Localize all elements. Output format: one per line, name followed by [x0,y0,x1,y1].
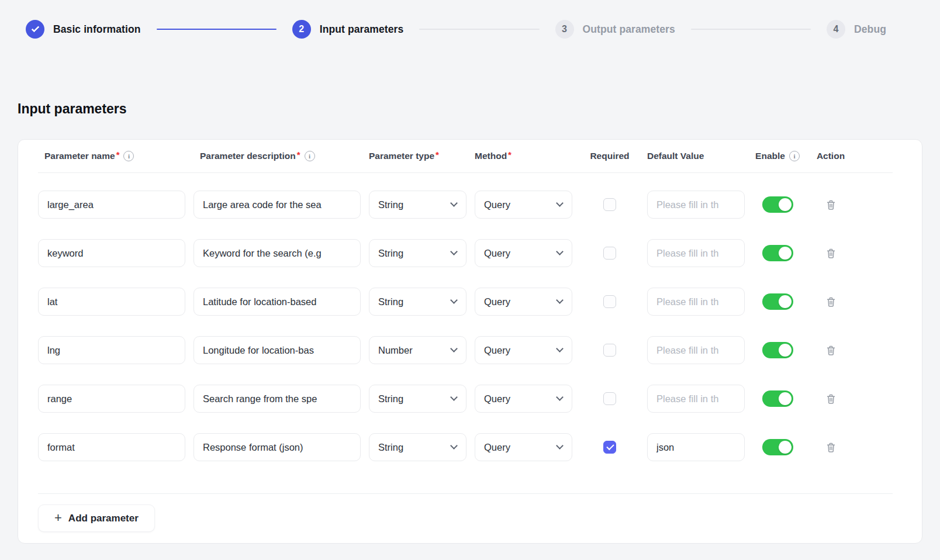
step-label: Input parameters [320,23,404,36]
required-checkbox[interactable] [603,392,616,405]
delete-parameter-button[interactable] [823,245,839,262]
toggle-knob [779,441,792,454]
default-value-input[interactable] [647,191,745,219]
info-icon[interactable]: i [789,151,800,161]
column-header-default-value: Default Value [647,151,745,161]
toggle-knob [779,198,792,211]
step-basic-information[interactable]: Basic information [26,20,141,39]
parameter-description-input[interactable] [193,239,361,267]
method-select[interactable]: Query [475,385,572,413]
step-debug[interactable]: 4 Debug [827,20,886,39]
table-row: String Query [38,385,922,413]
parameter-type-value: String [378,393,403,405]
enable-toggle[interactable] [762,342,793,358]
parameter-name-input[interactable] [38,433,185,461]
column-header-required: Required [580,151,639,161]
required-asterisk: * [436,150,439,160]
required-checkbox[interactable] [603,247,616,260]
column-header-parameter-description: Parameter description * i [193,151,361,161]
method-select[interactable]: Query [475,336,572,364]
chevron-down-icon [556,296,564,304]
step-4-circle: 4 [827,20,845,39]
step-input-parameters[interactable]: 2 Input parameters [292,20,404,39]
toggle-knob [779,295,792,308]
required-checkbox[interactable] [603,295,616,308]
parameter-type-value: String [378,199,403,210]
method-select[interactable]: Query [475,191,572,219]
enable-toggle[interactable] [762,439,793,455]
enable-toggle[interactable] [762,390,793,407]
column-header-enable: Enable i [753,151,802,161]
method-select[interactable]: Query [475,433,572,461]
table-row: String Query [38,433,922,461]
step-2-circle: 2 [292,20,311,39]
step-label: Basic information [53,23,141,36]
parameter-description-input[interactable] [193,191,361,219]
parameter-type-select[interactable]: String [369,191,466,219]
table-row: Number Query [38,336,922,364]
parameter-name-input[interactable] [38,288,185,316]
required-checkbox[interactable] [603,441,616,454]
default-value-input[interactable] [647,385,745,413]
parameter-name-input[interactable] [38,385,185,413]
parameter-description-input[interactable] [193,288,361,316]
parameter-name-input[interactable] [38,191,185,219]
delete-parameter-button[interactable] [823,196,839,213]
delete-parameter-button[interactable] [823,439,839,456]
step-connector-done [157,29,277,30]
default-value-input[interactable] [647,336,745,364]
info-icon[interactable]: i [123,151,134,161]
required-asterisk: * [116,150,120,160]
method-select[interactable]: Query [475,239,572,267]
table-row: String Query [38,288,922,316]
column-header-parameter-type: Parameter type * [369,151,466,161]
required-checkbox[interactable] [603,344,616,357]
chevron-down-icon [556,345,564,352]
parameter-description-input[interactable] [193,433,361,461]
check-icon [31,24,39,32]
parameter-type-select[interactable]: String [369,385,466,413]
enable-toggle[interactable] [762,245,793,261]
parameter-type-select[interactable]: Number [369,336,466,364]
add-parameter-button[interactable]: + Add parameter [38,504,155,532]
info-icon[interactable]: i [305,151,315,161]
method-value: Query [484,199,510,210]
chevron-down-icon [556,199,564,207]
method-value: Query [484,442,510,453]
required-asterisk: * [508,150,512,160]
enable-toggle[interactable] [762,196,793,213]
method-select[interactable]: Query [475,288,572,316]
parameter-type-select[interactable]: String [369,433,466,461]
parameter-type-select[interactable]: String [369,288,466,316]
chevron-down-icon [556,248,564,255]
trash-icon [825,393,837,405]
parameter-name-input[interactable] [38,336,185,364]
toggle-knob [779,344,792,357]
chevron-down-icon [450,442,458,450]
parameter-type-value: String [378,296,403,307]
parameter-description-input[interactable] [193,385,361,413]
chevron-down-icon [450,248,458,255]
chevron-down-icon [450,393,458,401]
default-value-input[interactable] [647,239,745,267]
enable-toggle[interactable] [762,293,793,310]
column-header-action: Action [810,151,851,161]
delete-parameter-button[interactable] [823,390,839,407]
delete-parameter-button[interactable] [823,342,839,359]
column-header-method: Method * [475,151,572,161]
chevron-down-icon [450,296,458,304]
required-checkbox[interactable] [603,198,616,211]
parameter-name-input[interactable] [38,239,185,267]
parameter-type-select[interactable]: String [369,239,466,267]
add-parameter-label: Add parameter [68,513,139,524]
table-row: String Query [38,239,922,267]
parameter-description-input[interactable] [193,336,361,364]
chevron-down-icon [450,345,458,352]
default-value-input[interactable] [647,433,745,461]
delete-parameter-button[interactable] [823,293,839,310]
trash-icon [825,441,837,454]
step-output-parameters[interactable]: 3 Output parameters [555,20,675,39]
default-value-input[interactable] [647,288,745,316]
method-value: Query [484,248,510,259]
parameter-type-value: Number [378,345,413,356]
